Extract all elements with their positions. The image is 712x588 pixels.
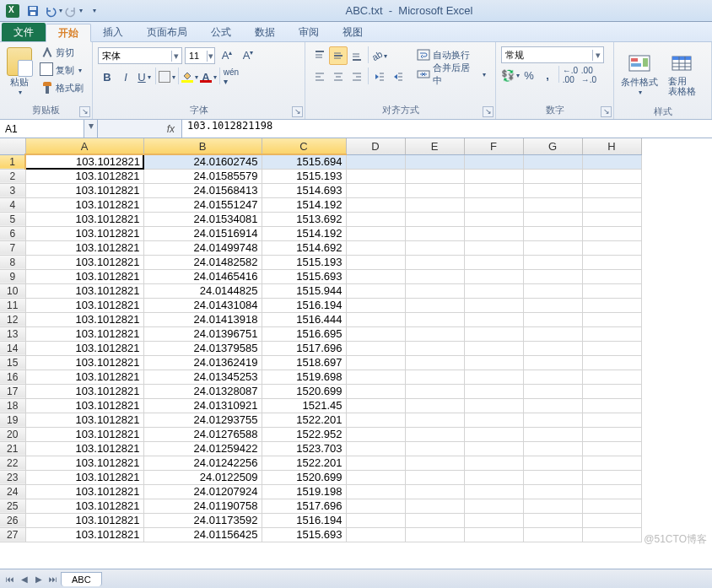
cell-H14[interactable] <box>582 341 641 355</box>
cell-E8[interactable] <box>405 255 464 269</box>
column-header-H[interactable]: H <box>582 138 641 154</box>
name-box[interactable] <box>0 120 84 138</box>
cell-G13[interactable] <box>523 326 582 341</box>
cell-D4[interactable] <box>346 197 405 212</box>
cell-C27[interactable]: 1515.693 <box>262 527 346 542</box>
cell-E4[interactable] <box>405 197 464 212</box>
cell-F13[interactable] <box>464 326 523 341</box>
row-header[interactable]: 21 <box>0 441 25 456</box>
cell-G25[interactable] <box>523 499 582 513</box>
cell-E6[interactable] <box>405 226 464 240</box>
cell-B5[interactable]: 24.01534081 <box>143 212 262 226</box>
cell-E25[interactable] <box>405 499 464 513</box>
cell-F20[interactable] <box>464 427 523 441</box>
column-header-B[interactable]: B <box>143 138 262 154</box>
redo-button[interactable]: ▾ <box>64 2 83 20</box>
cell-F26[interactable] <box>464 513 523 527</box>
cell-D8[interactable] <box>346 255 405 269</box>
cell-B21[interactable]: 24.01259422 <box>143 441 262 456</box>
cell-F4[interactable] <box>464 197 523 212</box>
cell-C20[interactable]: 1522.952 <box>262 427 346 441</box>
cell-B17[interactable]: 24.01328087 <box>143 384 262 398</box>
decrease-indent-button[interactable] <box>370 67 389 86</box>
cell-C23[interactable]: 1520.699 <box>262 470 346 484</box>
cell-H9[interactable] <box>582 269 641 283</box>
cell-D2[interactable] <box>346 169 405 183</box>
cell-A17[interactable]: 103.1012821 <box>25 384 143 398</box>
row-header[interactable]: 16 <box>0 370 25 384</box>
number-format-input[interactable] <box>502 50 592 60</box>
cell-G24[interactable] <box>523 484 582 499</box>
cell-H2[interactable] <box>582 169 641 183</box>
row-header[interactable]: 25 <box>0 499 25 513</box>
cell-A24[interactable]: 103.1012821 <box>25 484 143 499</box>
cell-F9[interactable] <box>464 269 523 283</box>
column-header-G[interactable]: G <box>523 138 582 154</box>
phonetic-button[interactable]: wén▾ <box>222 67 240 86</box>
cell-G26[interactable] <box>523 513 582 527</box>
cell-F10[interactable] <box>464 283 523 298</box>
cell-F12[interactable] <box>464 312 523 326</box>
cell-H4[interactable] <box>582 197 641 212</box>
cell-C18[interactable]: 1521.45 <box>262 398 346 413</box>
cell-A7[interactable]: 103.1012821 <box>25 240 143 255</box>
cell-A11[interactable]: 103.1012821 <box>25 298 143 312</box>
cell-F27[interactable] <box>464 527 523 542</box>
cell-A16[interactable]: 103.1012821 <box>25 370 143 384</box>
cell-B1[interactable]: 24.01602745 <box>143 154 262 169</box>
cell-A22[interactable]: 103.1012821 <box>25 456 143 470</box>
cell-B6[interactable]: 24.01516914 <box>143 226 262 240</box>
cell-H26[interactable] <box>582 513 641 527</box>
copy-button[interactable]: 复制▾ <box>37 62 88 78</box>
cell-G6[interactable] <box>523 226 582 240</box>
cell-E20[interactable] <box>405 427 464 441</box>
cell-C15[interactable]: 1518.697 <box>262 355 346 370</box>
cell-E14[interactable] <box>405 341 464 355</box>
chevron-down-icon[interactable]: ▾ <box>207 51 214 62</box>
merge-center-button[interactable]: 合并后居中▾ <box>413 66 490 83</box>
cell-G23[interactable] <box>523 470 582 484</box>
cell-C22[interactable]: 1522.201 <box>262 456 346 470</box>
conditional-format-button[interactable]: 条件格式▾ <box>619 46 660 102</box>
cell-B2[interactable]: 24.01585579 <box>143 169 262 183</box>
cell-D20[interactable] <box>346 427 405 441</box>
name-box-dropdown[interactable]: ▾ <box>84 120 98 138</box>
cell-E10[interactable] <box>405 283 464 298</box>
cell-F23[interactable] <box>464 470 523 484</box>
tab-insert[interactable]: 插入 <box>91 23 135 41</box>
cell-E15[interactable] <box>405 355 464 370</box>
cell-D22[interactable] <box>346 456 405 470</box>
cut-button[interactable]: 剪切 <box>37 44 88 61</box>
cell-D1[interactable] <box>346 154 405 169</box>
cell-C14[interactable]: 1517.696 <box>262 341 346 355</box>
row-header[interactable]: 4 <box>0 197 25 212</box>
format-painter-button[interactable]: 格式刷 <box>37 79 88 96</box>
cell-B14[interactable]: 24.01379585 <box>143 341 262 355</box>
tab-file[interactable]: 文件 <box>2 23 46 41</box>
cell-A25[interactable]: 103.1012821 <box>25 499 143 513</box>
align-dialog-launcher[interactable]: ↘ <box>483 106 494 117</box>
cell-C3[interactable]: 1514.693 <box>262 183 346 197</box>
cell-A10[interactable]: 103.1012821 <box>25 283 143 298</box>
cell-C16[interactable]: 1519.698 <box>262 370 346 384</box>
save-button[interactable] <box>24 2 42 20</box>
cell-C1[interactable]: 1515.694 <box>262 154 346 169</box>
cell-B22[interactable]: 24.01242256 <box>143 456 262 470</box>
cell-F25[interactable] <box>464 499 523 513</box>
underline-button[interactable]: U▾ <box>135 67 154 86</box>
cell-F15[interactable] <box>464 355 523 370</box>
cell-G12[interactable] <box>523 312 582 326</box>
cell-E7[interactable] <box>405 240 464 255</box>
cell-E23[interactable] <box>405 470 464 484</box>
cell-G18[interactable] <box>523 398 582 413</box>
cell-C26[interactable]: 1516.194 <box>262 513 346 527</box>
row-header[interactable]: 23 <box>0 470 25 484</box>
cell-D17[interactable] <box>346 384 405 398</box>
row-header[interactable]: 6 <box>0 226 25 240</box>
row-header[interactable]: 1 <box>0 154 25 169</box>
align-right-button[interactable] <box>348 67 366 86</box>
cell-A1[interactable]: 103.1012821 <box>25 154 143 169</box>
border-button[interactable]: ▾ <box>158 67 176 86</box>
cell-C4[interactable]: 1514.192 <box>262 197 346 212</box>
name-box-input[interactable] <box>0 123 84 135</box>
